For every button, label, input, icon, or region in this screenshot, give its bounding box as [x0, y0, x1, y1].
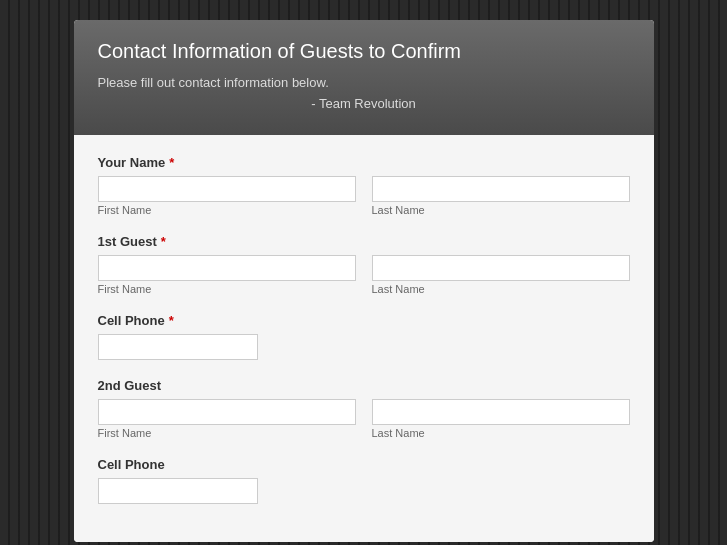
guest1-last-name-input[interactable] [372, 255, 630, 281]
guest2-last-name-group: Last Name [372, 399, 630, 439]
guest2-group: 2nd Guest First Name Last Name [98, 378, 630, 439]
your-name-row: First Name Last Name [98, 176, 630, 216]
guest2-label: 2nd Guest [98, 378, 630, 393]
last-name-sublabel-3: Last Name [372, 427, 630, 439]
your-first-name-group: First Name [98, 176, 356, 216]
header-subtitle: Please fill out contact information belo… [98, 75, 630, 90]
your-last-name-input[interactable] [372, 176, 630, 202]
last-name-sublabel-1: Last Name [372, 204, 630, 216]
guest2-first-name-input[interactable] [98, 399, 356, 425]
guest2-last-name-input[interactable] [372, 399, 630, 425]
cell-phone-input-1[interactable] [98, 334, 258, 360]
first-name-sublabel-3: First Name [98, 427, 356, 439]
guest1-label: 1st Guest * [98, 234, 630, 249]
cell-phone-group-2: Cell Phone [98, 457, 630, 504]
guest2-first-name-group: First Name [98, 399, 356, 439]
your-first-name-input[interactable] [98, 176, 356, 202]
cell-phone-input-group-2 [98, 478, 258, 504]
cell-phone-input-2[interactable] [98, 478, 258, 504]
cell-phone-label-2: Cell Phone [98, 457, 630, 472]
required-star-phone: * [169, 313, 174, 328]
page-title: Contact Information of Guests to Confirm [98, 40, 630, 63]
guest1-first-name-group: First Name [98, 255, 356, 295]
your-last-name-group: Last Name [372, 176, 630, 216]
required-star-your-name: * [169, 155, 174, 170]
last-name-sublabel-2: Last Name [372, 283, 630, 295]
guest2-name-row: First Name Last Name [98, 399, 630, 439]
cell-phone-group-1: Cell Phone * [98, 313, 630, 360]
form-section: Your Name * First Name Last Name 1st Gue… [74, 135, 654, 542]
cell-phone-label-1: Cell Phone * [98, 313, 630, 328]
header-section: Contact Information of Guests to Confirm… [74, 20, 654, 135]
guest1-first-name-input[interactable] [98, 255, 356, 281]
your-name-group: Your Name * First Name Last Name [98, 155, 630, 216]
header-team: - Team Revolution [98, 96, 630, 111]
required-star-guest1: * [161, 234, 166, 249]
your-name-label: Your Name * [98, 155, 630, 170]
first-name-sublabel-1: First Name [98, 204, 356, 216]
guest1-name-row: First Name Last Name [98, 255, 630, 295]
guest1-last-name-group: Last Name [372, 255, 630, 295]
cell-phone-input-group-1 [98, 334, 258, 360]
guest1-group: 1st Guest * First Name Last Name [98, 234, 630, 295]
first-name-sublabel-2: First Name [98, 283, 356, 295]
main-container: Contact Information of Guests to Confirm… [74, 20, 654, 542]
